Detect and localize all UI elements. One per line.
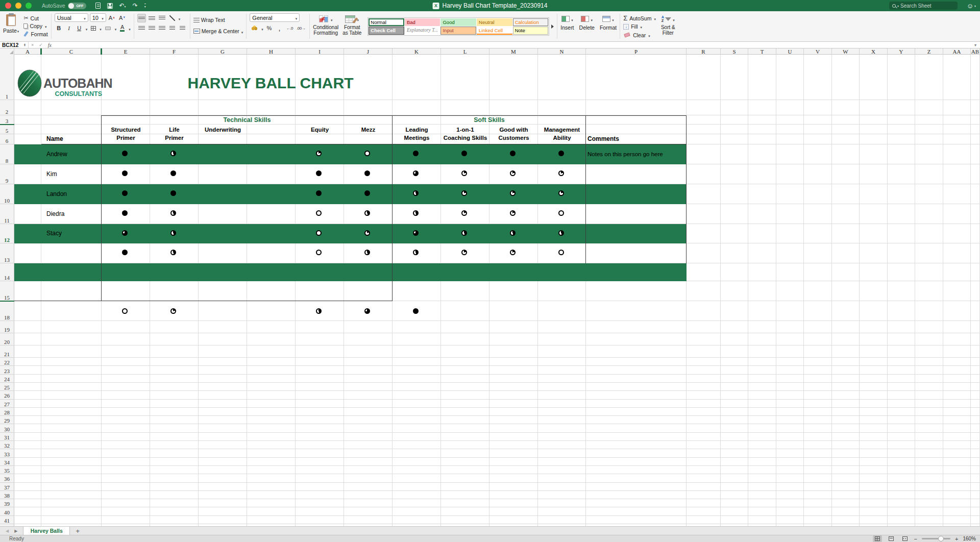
harvey-ball-50[interactable] <box>413 190 419 196</box>
name-box[interactable]: BCX12 ▲▼ <box>0 42 29 48</box>
font-color-dropdown-icon[interactable] <box>128 23 131 33</box>
column-header-X[interactable]: X <box>860 48 888 55</box>
row-header-39[interactable]: 39 <box>0 499 14 507</box>
harvey-ball-100[interactable] <box>364 170 370 176</box>
harvey-ball-100[interactable] <box>122 210 128 216</box>
row-header-27[interactable]: 27 <box>0 400 14 408</box>
orientation-button[interactable] <box>168 14 177 22</box>
harvey-ball-50[interactable] <box>413 250 419 255</box>
wrap-text-button[interactable]: Wrap Text <box>193 17 243 23</box>
feedback-control[interactable]: ☺▾ <box>967 0 976 11</box>
style-normal[interactable]: Normal <box>369 18 404 27</box>
row-header-10[interactable]: 10 <box>0 184 14 204</box>
row-header-19[interactable]: 19 <box>0 321 14 333</box>
new-workbook-icon[interactable] <box>95 3 101 9</box>
gallery-expand-icon[interactable] <box>551 24 554 29</box>
column-header-S[interactable]: S <box>721 48 748 55</box>
row-header-12[interactable]: 12 <box>0 224 14 243</box>
harvey-ball-0[interactable] <box>122 308 128 314</box>
harvey-ball-0[interactable] <box>364 151 370 156</box>
page-layout-view-button[interactable] <box>887 535 896 542</box>
name-box-stepper[interactable]: ▲▼ <box>23 43 26 47</box>
harvey-ball-25[interactable] <box>558 190 564 196</box>
search-input[interactable] <box>900 3 954 9</box>
zoom-out-button[interactable]: − <box>914 536 917 542</box>
prev-sheet-icon[interactable]: ◀ <box>6 529 9 533</box>
minimize-window-button[interactable] <box>15 3 21 9</box>
align-left-button[interactable] <box>137 24 146 33</box>
harvey-ball-25[interactable] <box>461 210 467 216</box>
save-icon[interactable] <box>107 3 113 9</box>
row-header-37[interactable]: 37 <box>0 483 14 491</box>
row-header-34[interactable]: 34 <box>0 458 14 466</box>
autosum-button[interactable]: ΣAutoSum <box>623 14 656 22</box>
harvey-ball-50[interactable] <box>170 151 176 156</box>
align-bottom-button[interactable] <box>158 14 166 22</box>
row-header-25[interactable]: 25 <box>0 383 14 391</box>
italic-button[interactable]: I <box>65 24 74 33</box>
harvey-ball-25[interactable] <box>510 190 516 196</box>
font-color-button[interactable]: A <box>118 24 127 33</box>
harvey-ball-0[interactable] <box>558 250 564 255</box>
insert-function-button[interactable]: fx <box>48 42 52 48</box>
zoom-slider-thumb[interactable] <box>938 536 944 541</box>
harvey-ball-100[interactable] <box>364 190 370 196</box>
column-header-K[interactable]: K <box>393 48 441 55</box>
harvey-ball-50[interactable] <box>170 250 176 255</box>
style-note[interactable]: Note <box>513 27 549 35</box>
column-header-T[interactable]: T <box>748 48 776 55</box>
harvey-ball-0[interactable] <box>316 250 322 255</box>
row-header-26[interactable]: 26 <box>0 391 14 399</box>
column-header-W[interactable]: W <box>832 48 860 55</box>
sort-filter-button[interactable]: AZ Sort &Filter <box>661 13 675 39</box>
row-header-13[interactable]: 13 <box>0 243 14 263</box>
column-header-AB[interactable]: AB <box>971 48 980 55</box>
conditional-formatting-button[interactable]: ≠ ConditionalFormatting <box>313 13 338 39</box>
search-box[interactable]: ▾ <box>889 2 958 10</box>
harvey-ball-100[interactable] <box>122 151 128 156</box>
harvey-ball-100[interactable] <box>510 151 516 156</box>
accounting-dropdown-icon[interactable] <box>261 23 263 33</box>
underline-dropdown-icon[interactable] <box>85 23 88 33</box>
harvey-ball-100[interactable] <box>461 151 467 156</box>
harvey-ball-75[interactable] <box>413 230 419 236</box>
cancel-button[interactable]: × <box>31 42 34 47</box>
cut-button[interactable]: ✂Cut <box>23 14 47 22</box>
undo-icon[interactable]: ↶▾ <box>119 2 126 9</box>
formula-bar-expand-icon[interactable]: ▾ <box>974 43 976 47</box>
number-format-select[interactable]: General <box>250 13 300 22</box>
row-header-1[interactable]: 1 <box>0 55 14 100</box>
harvey-ball-0[interactable] <box>316 230 322 236</box>
harvey-ball-25[interactable] <box>558 170 564 176</box>
decrease-indent-button[interactable] <box>168 24 177 33</box>
column-header-V[interactable]: V <box>804 48 832 55</box>
row-header-23[interactable]: 23 <box>0 366 14 374</box>
harvey-ball-25[interactable] <box>461 250 467 255</box>
row-header-11[interactable]: 11 <box>0 204 14 224</box>
align-top-button[interactable] <box>137 14 146 22</box>
decrease-decimal-button[interactable]: .00→ <box>296 24 306 33</box>
column-header-F[interactable]: F <box>150 48 199 55</box>
enter-button[interactable]: ✓ <box>39 42 43 47</box>
harvey-ball-25[interactable] <box>510 250 516 255</box>
harvey-ball-100[interactable] <box>316 170 322 176</box>
row-header-24[interactable]: 24 <box>0 375 14 383</box>
borders-button[interactable] <box>89 24 97 33</box>
format-as-table-button[interactable]: Formatas Table <box>342 13 361 39</box>
harvey-ball-100[interactable] <box>170 170 176 176</box>
align-center-button[interactable] <box>148 24 156 33</box>
fill-color-dropdown-icon[interactable] <box>114 23 117 33</box>
paste-button[interactable]: Paste <box>3 13 19 34</box>
harvey-ball-25[interactable] <box>364 230 370 236</box>
style-input[interactable]: Input <box>440 27 476 35</box>
row-header-41[interactable]: 41 <box>0 516 14 524</box>
align-middle-button[interactable] <box>148 14 156 22</box>
delete-cells-button[interactable]: Delete <box>579 13 595 39</box>
column-header-L[interactable]: L <box>441 48 489 55</box>
harvey-ball-50[interactable] <box>316 308 322 314</box>
style-bad[interactable]: Bad <box>405 18 440 27</box>
style-good[interactable]: Good <box>440 18 476 27</box>
column-header-AA[interactable]: AA <box>943 48 971 55</box>
row-header-32[interactable]: 32 <box>0 441 14 449</box>
row-header-15[interactable]: 15 <box>0 281 14 301</box>
